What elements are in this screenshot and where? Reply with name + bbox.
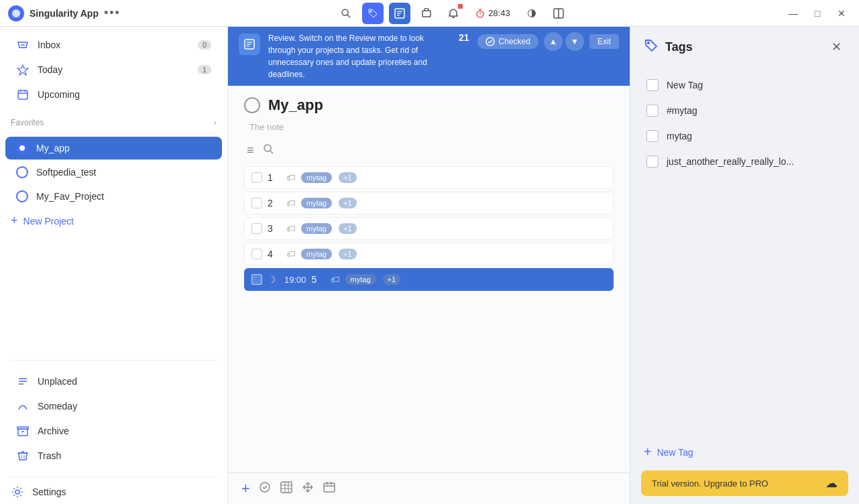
tag-icon: 🏷	[286, 172, 296, 183]
sidebar-item-settings[interactable]: Settings	[0, 480, 227, 504]
task-item[interactable]: 1 🏷 mytag +1	[244, 166, 614, 189]
list-view-icon[interactable]: ≡	[247, 143, 254, 158]
table-view-icon[interactable]	[280, 481, 293, 497]
minimize-button[interactable]: —	[784, 4, 803, 23]
inbox-badge: 0	[198, 40, 211, 50]
sidebar-item-my-app[interactable]: My_app	[5, 137, 222, 160]
task-item-highlighted[interactable]: ☽ 19:00 5 🏷 mytag +1	[244, 268, 614, 291]
favorites-label: Favorites	[11, 118, 44, 127]
archive-icon	[16, 424, 30, 438]
task-checkbox[interactable]	[251, 198, 262, 208]
task-checkbox[interactable]	[251, 249, 262, 259]
new-tag-footer-label: New Tag	[657, 447, 693, 458]
search-button[interactable]	[335, 3, 357, 24]
project-header: My_app	[244, 97, 614, 114]
tag-icon: 🏷	[286, 223, 296, 234]
task-time: 19:00	[284, 275, 306, 285]
task-plus: +1	[339, 249, 357, 259]
task-num: 1	[268, 172, 278, 183]
unplaced-icon	[16, 375, 30, 388]
archive-label: Archive	[38, 426, 211, 436]
task-num: 5	[312, 274, 323, 285]
exit-button[interactable]: Exit	[589, 34, 619, 49]
tag-row-hashtag-mytag[interactable]: #mytag	[641, 98, 848, 123]
tag-row-long-tag[interactable]: just_another_really_really_lo...	[641, 149, 848, 174]
tags-header: Tags ✕	[630, 27, 859, 67]
search-tasks-icon[interactable]	[262, 143, 274, 158]
new-tag-footer-button[interactable]: + New Tag	[630, 434, 859, 470]
trial-banner[interactable]: Trial version. Upgrade to PRO ☁	[641, 470, 848, 496]
tag-name: #mytag	[667, 105, 697, 116]
svg-rect-40	[324, 483, 335, 492]
tag-icon: 🏷	[286, 198, 296, 208]
sidebar-item-trash[interactable]: Trash	[5, 444, 222, 468]
sidebar-item-softpedia[interactable]: Softpedia_test	[5, 161, 222, 184]
tag-checkbox[interactable]	[646, 155, 658, 168]
tags-close-button[interactable]: ✕	[827, 38, 846, 56]
sidebar-bottom: Unplaced Someday Archive Trash	[0, 369, 227, 474]
add-task-button[interactable]: +	[241, 480, 250, 497]
task-checkbox[interactable]	[251, 223, 262, 234]
tag-row-mytag[interactable]: mytag	[641, 123, 848, 149]
project-note[interactable]: The note	[244, 122, 614, 132]
new-project-button[interactable]: + New Project	[0, 208, 227, 233]
favorites-section: Favorites ›	[0, 113, 227, 130]
moon-icon: ☽	[268, 274, 276, 285]
tags-button[interactable]	[362, 3, 384, 24]
task-type-icon[interactable]	[258, 481, 272, 497]
favorites-chevron[interactable]: ›	[214, 118, 217, 127]
focus-timer[interactable]: 28:43	[469, 3, 516, 24]
app-icon	[8, 5, 24, 21]
settings-icon	[11, 485, 24, 499]
close-button[interactable]: ✕	[832, 4, 851, 23]
maximize-button[interactable]: □	[808, 4, 827, 23]
task-item[interactable]: 2 🏷 mytag +1	[244, 192, 614, 214]
task-item[interactable]: 3 🏷 mytag +1	[244, 217, 614, 240]
tag-checkbox[interactable]	[646, 79, 658, 91]
notification-button[interactable]	[443, 3, 464, 24]
tag-checkbox[interactable]	[646, 105, 658, 117]
today-badge: 1	[198, 65, 211, 74]
sidebar-item-upcoming[interactable]: Upcoming	[5, 82, 222, 107]
cloud-icon: ☁	[825, 476, 838, 491]
nav-next-button[interactable]: ▼	[565, 32, 584, 51]
more-options-button[interactable]: •••	[104, 6, 121, 20]
review-button[interactable]	[389, 3, 410, 24]
nav-prev-button[interactable]: ▲	[544, 32, 563, 51]
tag-checkbox[interactable]	[646, 130, 658, 142]
main-area: Inbox 0 Today 1 Upcoming Favorites ›	[0, 27, 859, 504]
my-app-label: My_app	[36, 143, 211, 153]
task-checkbox-checked[interactable]	[251, 274, 262, 285]
timer-display: 28:43	[488, 8, 510, 18]
tags-panel: Tags ✕ New Tag #mytag mytag just_another…	[630, 27, 859, 504]
tag-name: New Tag	[667, 80, 703, 90]
calendar-icon[interactable]	[323, 481, 336, 497]
tag-name: just_another_really_really_lo...	[667, 156, 794, 167]
theme-button[interactable]	[521, 3, 542, 24]
split-view-button[interactable]	[548, 3, 569, 24]
svg-point-3	[370, 10, 372, 12]
project-circle	[244, 97, 260, 113]
capture-button[interactable]	[416, 3, 437, 24]
sidebar-item-someday[interactable]: Someday	[5, 394, 222, 418]
task-plus: +1	[339, 223, 357, 234]
tag-row-new-tag[interactable]: New Tag	[641, 72, 848, 98]
inbox-icon	[16, 38, 30, 52]
task-num: 3	[268, 223, 278, 234]
tag-icon: 🏷	[331, 274, 340, 285]
sidebar-item-today[interactable]: Today 1	[5, 58, 222, 82]
sidebar-item-my-fav[interactable]: My_Fav_Project	[5, 185, 222, 208]
titlebar-right: — □ ✕	[784, 4, 851, 23]
inbox-label: Inbox	[38, 40, 190, 50]
sidebar-item-inbox[interactable]: Inbox 0	[5, 33, 222, 57]
task-plus: +1	[339, 198, 357, 208]
checked-button[interactable]: Checked	[477, 34, 538, 49]
task-tag: mytag	[301, 198, 332, 208]
today-icon	[16, 63, 30, 76]
checked-label: Checked	[499, 37, 530, 46]
sidebar-item-archive[interactable]: Archive	[5, 419, 222, 443]
task-checkbox[interactable]	[251, 172, 262, 183]
task-item[interactable]: 4 🏷 mytag +1	[244, 243, 614, 265]
move-icon[interactable]	[301, 481, 314, 497]
sidebar-item-unplaced[interactable]: Unplaced	[5, 369, 222, 393]
